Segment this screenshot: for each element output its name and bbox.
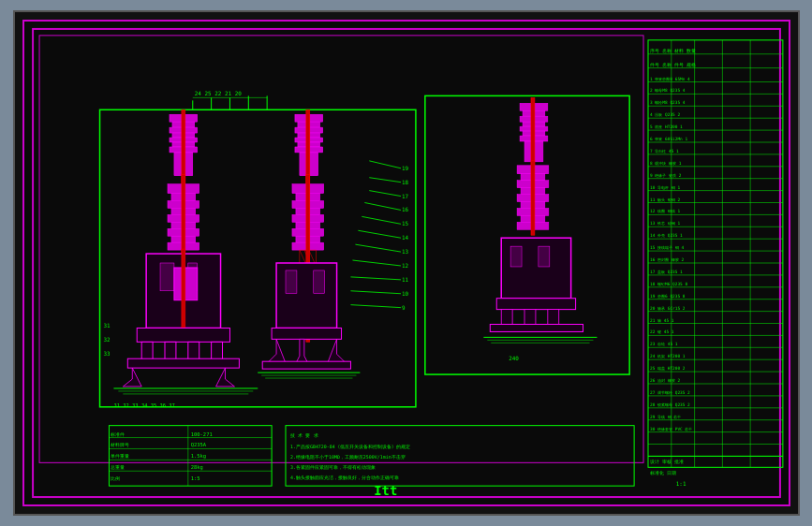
svg-text:7 导向柱 45  1: 7 导向柱 45 1 [649,149,678,153]
svg-rect-95 [181,110,185,183]
svg-text:8 缓冲块 橡胶  1: 8 缓冲块 橡胶 1 [649,161,681,166]
svg-text:18 螺钉M6 Q235  8: 18 螺钉M6 Q235 8 [649,282,687,286]
svg-text:Itt: Itt [374,483,397,498]
svg-text:16: 16 [402,206,409,212]
svg-text:22 键 45  1: 22 键 45 1 [649,329,673,334]
cad-drawing: 序号 名称 材料 数量 件号 名称 件号 规格 1 弹簧垫圈8 65Mn 4 2… [24,22,789,504]
svg-text:100-271: 100-271 [190,431,212,437]
svg-text:比例: 比例 [111,475,120,481]
svg-rect-110 [181,249,185,337]
svg-rect-130 [305,110,309,183]
svg-text:12 线圈 铜线  1: 12 线圈 铜线 1 [649,209,679,213]
svg-text:28kg: 28kg [190,464,202,471]
svg-text:13 铁芯 硅钢  1: 13 铁芯 硅钢 1 [649,221,679,226]
svg-text:26 油封 橡胶  2: 26 油封 橡胶 2 [649,378,679,383]
svg-text:9: 9 [402,304,406,311]
svg-text:27 调节螺栓 Q235  2: 27 调节螺栓 Q235 2 [649,390,689,395]
svg-rect-115 [211,342,222,360]
svg-text:23 齿轮 45  1: 23 齿轮 45 1 [649,342,677,346]
svg-text:20 轴承 GCr15  2: 20 轴承 GCr15 2 [649,306,685,311]
outer-frame: 序号 名称 材料 数量 件号 名称 件号 规格 1 弹簧垫圈8 65Mn 4 2… [13,10,800,516]
svg-text:2 螺母M8 Q235  4: 2 螺母M8 Q235 4 [649,88,685,93]
svg-text:33: 33 [103,350,111,357]
svg-text:14: 14 [402,234,409,241]
svg-text:15 接线端子 铜  4: 15 接线端子 铜 4 [649,245,683,250]
svg-text:19 垫圈6 Q235  8: 19 垫圈6 Q235 8 [649,294,685,299]
svg-text:Q235A: Q235A [190,442,206,447]
svg-text:材料牌号: 材料牌号 [110,442,129,447]
svg-rect-166 [530,97,534,167]
svg-text:10: 10 [402,290,409,297]
svg-text:3 螺栓M8 Q235  4: 3 螺栓M8 Q235 4 [649,100,685,105]
svg-text:11 触头 银铜  2: 11 触头 银铜 2 [649,197,679,202]
svg-text:24 机架 HT200  1: 24 机架 HT200 1 [649,354,685,358]
svg-text:14 外壳 Q235  1: 14 外壳 Q235 1 [649,233,682,238]
svg-rect-183 [547,310,558,327]
svg-rect-111 [137,328,229,342]
svg-text:18: 18 [402,179,409,185]
svg-text:单件重量: 单件重量 [111,453,129,459]
svg-rect-179 [538,246,549,267]
svg-text:11: 11 [402,276,409,283]
svg-rect-182 [524,310,536,327]
svg-text:标准化 日期: 标准化 日期 [648,470,675,475]
svg-text:25 端盖 HT200  2: 25 端盖 HT200 2 [649,366,685,371]
svg-text:技  术  要  求: 技 术 要 求 [288,432,317,438]
svg-text:件号  名称  件号  规格: 件号 名称 件号 规格 [649,62,695,67]
svg-text:1:5: 1:5 [190,475,199,481]
svg-text:3.各紧固件应紧固可靠，不得有松动现象: 3.各紧固件应紧固可靠，不得有松动现象 [289,464,375,470]
svg-text:28 锁紧螺母 Q235  2: 28 锁紧螺母 Q235 2 [649,402,689,407]
svg-text:4.触头接触面应光洁，接触良好，分合动作正确可靠: 4.触头接触面应光洁，接触良好，分合动作正确可靠 [289,475,398,480]
svg-text:总重量: 总重量 [110,464,125,470]
svg-rect-180 [496,299,575,310]
svg-rect-181 [501,310,512,327]
svg-text:标准件: 标准件 [110,431,125,437]
svg-text:240: 240 [509,355,519,361]
svg-text:30 绝缘套管 PVC  若干: 30 绝缘套管 PVC 若干 [649,427,691,431]
svg-rect-184 [490,324,583,331]
svg-rect-114 [187,342,199,360]
svg-rect-178 [510,246,522,267]
svg-text:1.5kg: 1.5kg [190,453,205,460]
svg-text:12: 12 [402,262,409,269]
svg-text:序号  名称  材料  数量: 序号 名称 材料 数量 [649,48,695,53]
svg-rect-150 [272,328,341,339]
svg-text:24  25  22  21  20: 24 25 22 21 20 [194,90,241,96]
svg-rect-116 [127,358,239,368]
svg-text:32: 32 [103,336,111,343]
svg-text:17: 17 [402,193,409,199]
svg-text:1.产品按GB4720-84《低压开关设备和控制设备》的规定: 1.产品按GB4720-84《低压开关设备和控制设备》的规定 [289,444,409,449]
svg-rect-107 [160,263,174,291]
svg-text:1 弹簧垫圈8 65Mn  4: 1 弹簧垫圈8 65Mn 4 [649,77,689,81]
svg-text:4 压板 Q235  2: 4 压板 Q235 2 [649,112,679,117]
svg-text:31: 31 [103,322,111,329]
svg-text:6 弹簧 60Si2Mn  1: 6 弹簧 60Si2Mn 1 [649,137,687,141]
svg-text:21 轴 45  1: 21 轴 45 1 [649,318,673,323]
svg-rect-112 [141,342,153,360]
svg-rect-149 [313,270,324,294]
svg-text:29 导线 铜  若干: 29 导线 铜 若干 [649,415,680,419]
svg-text:10 导电杆 铜  1: 10 导电杆 铜 1 [649,185,679,190]
svg-rect-113 [165,342,176,360]
svg-text:1:1: 1:1 [675,480,686,487]
svg-text:9 绝缘子 瓷质  2: 9 绝缘子 瓷质 2 [649,173,681,178]
svg-rect-154 [262,361,350,369]
svg-text:2.绝缘电阻不小于10MΩ，工频耐压2500V/1min不击: 2.绝缘电阻不小于10MΩ，工频耐压2500V/1min不击穿 [289,454,405,460]
svg-rect-176 [530,161,534,235]
drawing-area: 序号 名称 材料 数量 件号 名称 件号 规格 1 弹簧垫圈8 65Mn 4 2… [22,20,790,506]
svg-rect-148 [286,270,297,294]
svg-text:31  32  33  34  35  36  37: 31 32 33 34 35 36 37 [113,402,174,408]
svg-text:15: 15 [402,220,409,226]
svg-text:设计 审核 批准: 设计 审核 批准 [649,459,683,464]
svg-text:19: 19 [402,165,409,171]
svg-text:17 盖板 Q235  1: 17 盖板 Q235 1 [649,270,682,274]
svg-text:13: 13 [402,248,409,255]
svg-text:5 底座 HT200  1: 5 底座 HT200 1 [649,124,682,129]
svg-text:16 密封圈 橡胶  2: 16 密封圈 橡胶 2 [649,257,683,262]
svg-rect-109 [173,268,197,300]
